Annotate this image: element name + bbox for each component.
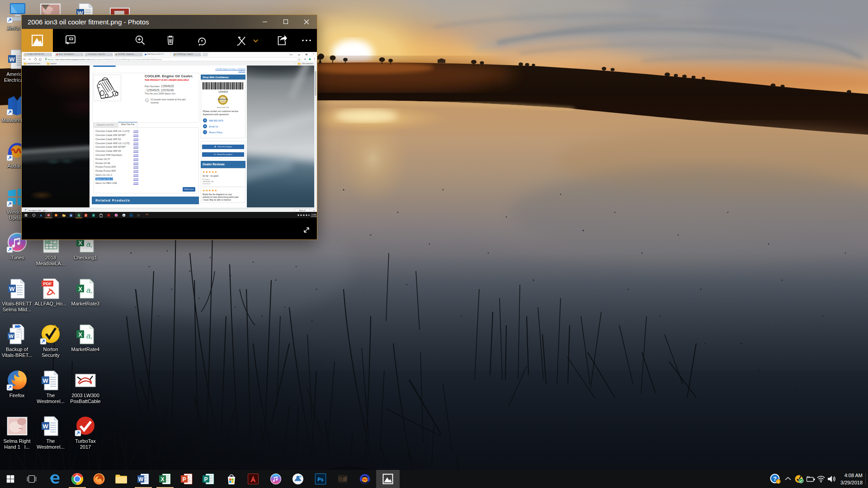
svg-text:Imported from Firef...: Imported from Firef... [28,63,42,65]
svg-text:Authorize.Net: Authorize.Net [217,98,228,100]
svg-text:P: P [204,476,208,483]
svg-text:×: × [313,209,315,211]
svg-text:W: W [70,214,72,216]
svg-text:Other bookmarks: Other bookmarks [302,63,314,65]
svg-text:A: A [108,214,109,216]
svg-text:1/29/2018: 1/29/2018 [311,215,317,217]
svg-text:Imported: Imported [51,63,57,65]
svg-text:X: X [160,476,164,483]
svg-text:Ps: Ps [317,477,323,482]
svg-text:W: W [9,333,14,339]
svg-text:Secure: Secure [48,58,54,61]
svg-text:PDF: PDF [43,281,52,286]
svg-text:|: | [54,58,54,61]
svg-text:P: P [182,476,186,483]
svg-text:Show all: Show all [299,210,306,211]
svg-text:https://www.wholesalegmpartson: https://www.wholesalegmpartsonline.com/p… [55,58,162,61]
svg-text:e: e [40,213,42,217]
svg-text:W: W [138,476,144,483]
svg-text:Ps: Ps [130,214,132,216]
svg-text:i: i [778,480,778,484]
svg-text:Verified: Verified [221,100,225,101]
svg-text:ion engine cooler ...jpg: ion engine cooler ...jpg [28,210,45,211]
